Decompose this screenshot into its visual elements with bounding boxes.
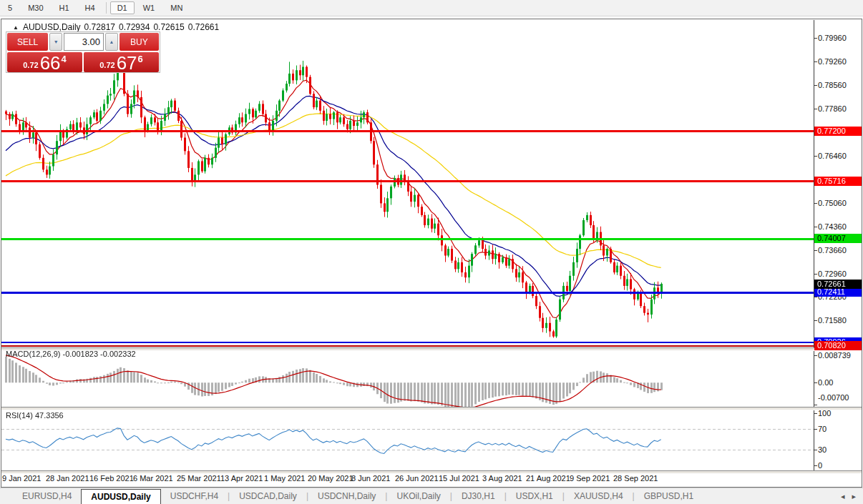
rsi-tick-mark [814, 413, 817, 414]
chart-tab-ukoil[interactable]: UKOil,Daily [387, 488, 449, 504]
ohlc-close: 0.72661 [188, 22, 219, 32]
volume-increase-button[interactable]: ▲ [105, 33, 118, 51]
sell-price-pip: 4 [62, 54, 67, 64]
current-price-label: 0.72661 [814, 280, 862, 289]
ohlc-high: 0.72934 [119, 22, 150, 32]
chart-tab-dj30[interactable]: DJ30,H1 [452, 488, 504, 504]
rsi-tick-mark [814, 465, 817, 466]
spinner-down-icon: ▼ [54, 39, 59, 44]
chart-title: ▲AUDUSD,Daily0.728170.729340.726150.7266… [13, 22, 223, 32]
date-label: 25 Mar 2021 [177, 474, 221, 483]
timeframe-button-w1[interactable]: W1 [136, 1, 162, 14]
date-label: 9 Sep 2021 [570, 474, 610, 483]
volume-decrease-button[interactable]: ▼ [49, 33, 62, 51]
rsi-indicator-chart[interactable] [1, 409, 814, 470]
rsi-tick-label: 30 [818, 445, 827, 454]
tab-scroll-left-icon[interactable]: ◂ [841, 492, 845, 501]
rsi-tick-mark [814, 450, 817, 450]
price-axis-line [814, 20, 814, 470]
price-tick-mark [814, 250, 817, 251]
chart-tab-usdchf[interactable]: USDCHF,H4 [161, 488, 228, 504]
sell-price-display[interactable]: 0.72 66 4 [7, 52, 82, 72]
macd-tick-mark [814, 405, 817, 405]
tab-scroll-right-icon[interactable]: ▸ [852, 492, 856, 501]
timeframe-button-mn[interactable]: MN [163, 1, 190, 14]
date-label: 16 Feb 2021 [89, 474, 134, 483]
date-label: 26 Jun 2021 [395, 474, 439, 483]
price-tick-label: 0.74360 [818, 222, 847, 231]
sell-price-big: 66 [40, 54, 61, 71]
macd-name: MACD(12,26,9) [6, 350, 60, 358]
price-tick-mark [814, 203, 817, 204]
rsi-label: RSI(14) 47.3356 [6, 411, 64, 420]
trading-terminal-window: 5M30H1H4D1W1MN ▲AUDUSD,Daily0.728170.729… [0, 0, 863, 504]
sell-button[interactable]: SELL [7, 33, 48, 51]
chart-tab-usdcnh[interactable]: USDCNH,Daily [308, 488, 385, 504]
hline-price-label: 0.77200 [814, 127, 862, 136]
volume-input[interactable] [64, 33, 104, 51]
price-tick-label: 0.72960 [818, 270, 847, 278]
ohlc-low: 0.72615 [153, 22, 184, 32]
date-label: 3 Aug 2021 [482, 474, 522, 483]
price-tick-mark [814, 156, 817, 157]
macd-label: MACD(12,26,9) -0.001823 -0.002332 [6, 350, 136, 358]
chart-tab-eurusd[interactable]: EURUSD,H4 [13, 488, 81, 504]
price-tick-label: 0.78560 [818, 81, 847, 89]
toolbar-separator [106, 2, 107, 14]
date-label: 6 Mar 2021 [133, 474, 173, 483]
rsi-name: RSI(14) [6, 411, 33, 420]
sell-price-prefix: 0.72 [23, 61, 38, 69]
buy-price-display[interactable]: 0.72 67 6 [84, 52, 159, 72]
rsi-tick-label: 70 [818, 425, 827, 433]
macd-tick-label: 0.008739 [818, 351, 851, 360]
buy-button[interactable]: BUY [120, 33, 159, 51]
macd-tick-mark [814, 382, 817, 383]
price-tick-mark [814, 227, 817, 227]
macd-tick-mark [814, 355, 817, 356]
chart-tab-usdx[interactable]: USDX,H1 [507, 488, 562, 504]
macd-values: -0.001823 -0.002332 [62, 350, 135, 358]
chart-tab-bar: EURUSD,H4AUDUSD,DailyUSDCHF,H4|USDCAD,Da… [0, 488, 863, 504]
timeframe-button-5[interactable]: 5 [1, 1, 19, 14]
macd-tick-label: 0.00 [818, 378, 833, 387]
timeframe-button-h4[interactable]: H4 [78, 1, 102, 14]
macd-indicator-chart[interactable] [1, 350, 814, 407]
date-label: 28 Jan 2021 [46, 474, 89, 483]
date-label: 1 May 2021 [264, 474, 305, 483]
spinner-up-icon: ▲ [109, 39, 114, 44]
price-tick-mark [814, 109, 817, 109]
rsi-panel-separator[interactable] [1, 407, 862, 410]
buy-price-big: 67 [117, 54, 137, 71]
hline-price-label: 0.75716 [814, 177, 862, 186]
hline-price-label: 0.70820 [814, 341, 862, 350]
rsi-value: 47.3356 [35, 411, 64, 420]
chart-tab-audusd[interactable]: AUDUSD,Daily [81, 489, 160, 504]
chart-symbol-period: AUDUSD,Daily [23, 22, 81, 32]
price-tick-label: 0.77860 [818, 104, 847, 113]
price-tick-label: 0.76460 [818, 152, 847, 160]
price-tick-label: 0.79260 [818, 57, 847, 66]
date-label: 9 Jan 2021 [2, 474, 41, 483]
one-click-trading-panel: SELL ▼ ▲ BUY 0.72 66 4 0.72 67 6 [6, 31, 160, 73]
price-tick-label: 0.75060 [818, 199, 847, 207]
chart-tab-xauusd[interactable]: XAUUSD,H4 [565, 488, 633, 504]
price-tick-mark [814, 38, 817, 39]
timeframe-button-h1[interactable]: H1 [52, 1, 77, 14]
chart-tab-usdcad[interactable]: USDCAD,Daily [230, 488, 306, 504]
timeframe-button-d1[interactable]: D1 [110, 1, 135, 14]
rsi-tick-mark [814, 429, 817, 430]
chart-tab-gbpusd[interactable]: GBPUSD,H1 [635, 488, 703, 504]
price-tick-label: 0.71580 [818, 316, 847, 325]
price-tick-label: 0.79960 [818, 34, 847, 42]
collapse-panel-icon[interactable]: ▲ [13, 24, 19, 31]
price-tick-mark [814, 61, 817, 62]
price-tick-mark [814, 320, 817, 321]
buy-price-prefix: 0.72 [99, 61, 114, 69]
date-label: 28 Sep 2021 [613, 474, 658, 483]
price-tick-mark [814, 274, 817, 275]
date-label: 8 Jun 2021 [351, 474, 390, 483]
buy-price-pip: 6 [138, 54, 143, 64]
timeframe-button-m30[interactable]: M30 [21, 1, 50, 14]
macd-tick-label: -0.00700 [818, 393, 849, 402]
rsi-tick-label: 0 [818, 461, 822, 470]
